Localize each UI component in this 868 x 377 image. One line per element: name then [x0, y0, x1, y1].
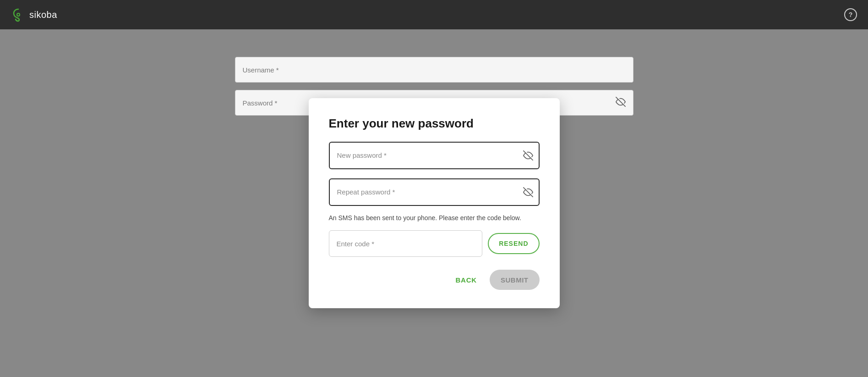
logo-area: sikoba — [11, 7, 57, 22]
help-label: ? — [849, 11, 853, 18]
new-password-input[interactable] — [329, 142, 540, 169]
code-input[interactable] — [329, 230, 483, 257]
modal-dialog: Enter your new password — [309, 98, 560, 308]
code-row: RESEND — [329, 230, 540, 257]
help-button[interactable]: ? — [844, 8, 857, 21]
modal-overlay: Enter your new password — [0, 29, 868, 377]
svg-point-0 — [17, 13, 20, 16]
sms-message: An SMS has been sent to your phone. Plea… — [329, 213, 540, 223]
new-password-toggle-icon[interactable] — [523, 150, 533, 161]
repeat-password-input[interactable] — [329, 178, 540, 206]
resend-button[interactable]: RESEND — [488, 233, 539, 254]
modal-footer: BACK SUBMIT — [329, 270, 540, 290]
modal-title: Enter your new password — [329, 116, 540, 131]
new-password-wrapper — [329, 142, 540, 169]
back-button[interactable]: BACK — [450, 272, 482, 288]
sikoba-logo-icon — [11, 7, 26, 22]
navbar: sikoba ? — [0, 0, 868, 29]
repeat-password-wrapper — [329, 178, 540, 206]
logo-text: sikoba — [29, 10, 57, 20]
submit-button[interactable]: SUBMIT — [490, 270, 540, 290]
repeat-password-toggle-icon[interactable] — [523, 187, 533, 197]
